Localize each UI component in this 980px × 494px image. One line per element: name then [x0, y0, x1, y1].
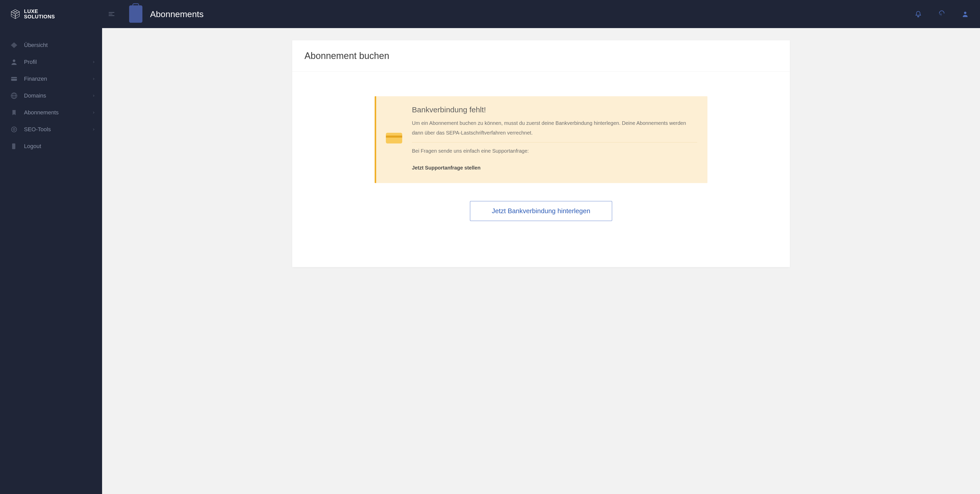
seo-icon [10, 126, 18, 133]
svg-rect-16 [12, 143, 16, 149]
chevron-right-icon [92, 109, 95, 116]
set-bank-button[interactable]: Jetzt Bankverbindung hinterlegen [470, 201, 612, 221]
menu-toggle-icon[interactable] [106, 9, 117, 19]
sidebar-item-label: Abonnements [24, 109, 92, 116]
main-column: Abonnements Abonnement buchen Bankverbin… [102, 0, 980, 494]
callout-wrap: Bankverbindung fehlt! Um ein Abonnement … [292, 72, 790, 221]
svg-point-15 [13, 128, 15, 131]
chevron-right-icon [92, 59, 95, 65]
sidebar-item-logout[interactable]: Logout [0, 138, 102, 155]
sidebar-item-profil[interactable]: Profil [0, 54, 102, 70]
sidebar-item-seo-tools[interactable]: SEO-Tools [0, 121, 102, 138]
support-request-link[interactable]: Jetzt Supportanfrage stellen [412, 165, 697, 171]
callout-title: Bankverbindung fehlt! [412, 105, 697, 114]
callout-footer-text: Bei Fragen sende uns einfach eine Suppor… [412, 146, 697, 156]
chevron-right-icon [92, 126, 95, 133]
sidebar-item-label: Domains [24, 92, 92, 99]
sidebar-item-label: Übersicht [24, 42, 95, 48]
profile-icon [10, 58, 18, 66]
logo-text: LUXE SOLUTIONS [24, 9, 55, 19]
content-area: Abonnement buchen Bankverbindung fehlt! … [102, 28, 980, 494]
topbar: Abonnements [102, 0, 980, 28]
notifications-icon[interactable] [914, 10, 923, 19]
sidebar-item-abonnements[interactable]: Abonnements [0, 104, 102, 121]
action-row: Jetzt Bankverbindung hinterlegen [470, 201, 612, 221]
svg-rect-10 [11, 78, 17, 79]
sidebar-item-domains[interactable]: Domains [0, 87, 102, 104]
sidebar-nav: Übersicht Profil Finanzen Domains [0, 28, 102, 155]
cube-icon [10, 9, 21, 19]
svg-point-8 [13, 59, 15, 62]
bank-missing-callout: Bankverbindung fehlt! Um ein Abonnement … [375, 96, 708, 183]
subscription-card: Abonnement buchen Bankverbindung fehlt! … [292, 40, 790, 267]
svg-marker-7 [11, 42, 18, 48]
logo-line2: SOLUTIONS [24, 14, 55, 19]
sidebar-item-uebersicht[interactable]: Übersicht [0, 37, 102, 54]
sidebar-item-label: SEO-Tools [24, 126, 92, 133]
card-heading: Abonnement buchen [292, 51, 790, 72]
sidebar: LUXE SOLUTIONS Übersicht Profil Finanzen [0, 0, 102, 494]
chevron-right-icon [92, 92, 95, 99]
chevron-right-icon [92, 76, 95, 82]
sidebar-item-label: Profil [24, 59, 92, 65]
user-menu-icon[interactable] [961, 10, 970, 19]
svg-point-20 [964, 12, 966, 14]
support-icon[interactable] [937, 10, 946, 19]
finance-icon [10, 75, 18, 83]
credit-card-icon [385, 105, 403, 171]
callout-text: Um ein Abonnement buchen zu können, muss… [412, 118, 697, 138]
subscriptions-icon [10, 109, 18, 116]
svg-point-14 [11, 127, 17, 132]
svg-line-6 [15, 14, 19, 16]
sidebar-item-finanzen[interactable]: Finanzen [0, 70, 102, 87]
logo[interactable]: LUXE SOLUTIONS [0, 0, 102, 28]
page-title: Abonnements [150, 9, 204, 19]
logout-icon [10, 142, 18, 150]
logo-line1: LUXE [24, 9, 55, 14]
page-bag-icon [129, 5, 142, 23]
callout-body: Bankverbindung fehlt! Um ein Abonnement … [412, 105, 697, 171]
sidebar-item-label: Logout [24, 143, 95, 150]
domains-icon [10, 92, 18, 100]
sidebar-item-label: Finanzen [24, 76, 92, 82]
svg-line-5 [11, 14, 15, 16]
overview-icon [10, 41, 18, 49]
